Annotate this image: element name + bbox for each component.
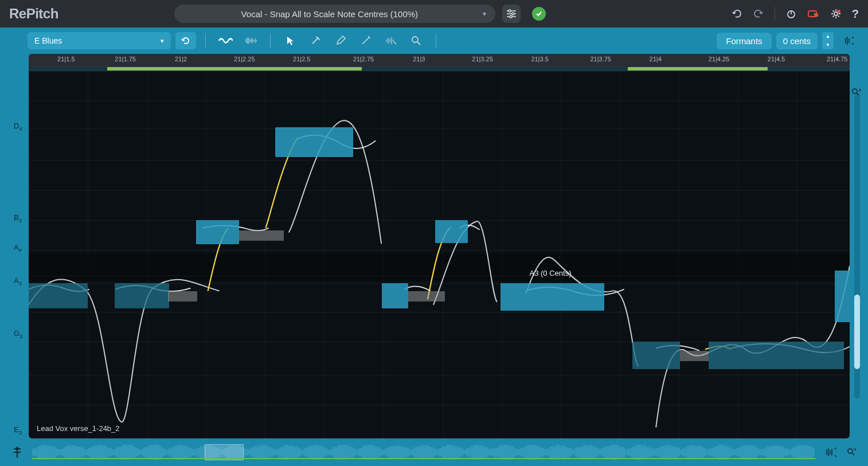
note-tail <box>168 291 197 301</box>
svg-point-11 <box>837 10 840 13</box>
status-ok-icon <box>532 7 546 21</box>
scroll-thumb[interactable] <box>854 295 860 369</box>
ruler-tick: 21|4.75 <box>827 56 848 62</box>
note-label: A3 <box>14 276 22 287</box>
chevron-down-icon: ▾ <box>161 37 164 45</box>
svg-point-28 <box>412 37 418 42</box>
scale-label: E Blues <box>34 36 62 45</box>
ruler-tick: 21|3.5 <box>531 56 548 62</box>
note-block[interactable] <box>501 283 604 311</box>
cursor-tool[interactable] <box>280 32 300 49</box>
note-tail <box>408 291 445 301</box>
note-block[interactable] <box>435 220 468 243</box>
preset-label: Vocal - Snap All to Scale Note Centres (… <box>186 9 474 19</box>
note-block[interactable] <box>835 271 850 322</box>
note-block[interactable] <box>115 283 169 308</box>
note-block[interactable] <box>196 220 238 244</box>
scroll-track[interactable] <box>854 94 860 398</box>
ruler-tick: 21|4 <box>650 56 662 62</box>
refresh-button[interactable] <box>175 32 196 49</box>
clip-name-label: Lead Vox verse_1-24b_2 <box>37 424 120 433</box>
marker-icon[interactable] <box>11 445 23 459</box>
note-label: B3 <box>14 213 22 224</box>
ruler-tick: 21|2 <box>175 56 187 62</box>
link-lock-icon[interactable] <box>807 9 820 19</box>
ruler-tick: 21|4.5 <box>768 56 785 62</box>
multitool[interactable] <box>381 32 401 49</box>
note-tooltip: A3 (0 Cents) <box>530 269 572 277</box>
bottom-overview-bar <box>6 441 862 464</box>
progress-line <box>32 458 815 459</box>
preset-selector[interactable]: Vocal - Snap All to Scale Note Centres (… <box>174 5 495 23</box>
cents-display[interactable]: 0 cents <box>776 33 818 49</box>
separator <box>205 33 206 48</box>
zoom-tool[interactable] <box>406 32 427 49</box>
note-block[interactable] <box>275 127 353 157</box>
note-label: D4 <box>14 122 22 132</box>
help-button[interactable]: ? <box>852 7 859 21</box>
ruler-tick: 21|2.25 <box>234 56 255 62</box>
time-ruler[interactable]: 21|1.521|1.7521|221|2.2521|2.521|2.7521|… <box>29 54 850 66</box>
undo-button[interactable] <box>731 8 742 19</box>
cents-stepper[interactable]: ▲ ▼ <box>822 32 834 49</box>
svg-line-29 <box>417 42 420 45</box>
app-logo: RePitch <box>9 6 58 22</box>
ruler-tick: 21|4.25 <box>709 56 730 62</box>
note-block[interactable] <box>29 283 88 308</box>
ruler-tick: 21|2.5 <box>293 56 310 62</box>
svg-point-10 <box>834 12 838 15</box>
power-button[interactable] <box>785 8 797 19</box>
ruler-tick: 21|3 <box>413 56 425 62</box>
note-tail <box>239 230 284 241</box>
redo-button[interactable] <box>753 8 764 19</box>
preset-settings-button[interactable] <box>502 5 521 23</box>
sliders-icon <box>506 9 517 18</box>
piano-roll[interactable]: D4B3A#A3G3E3 <box>6 54 29 438</box>
zoom-fit-horizontal-icon[interactable] <box>846 447 857 457</box>
svg-line-41 <box>852 453 854 455</box>
chevron-down-icon[interactable]: ▾ <box>478 10 491 18</box>
wave-tool[interactable] <box>215 32 236 49</box>
svg-point-1 <box>509 10 511 12</box>
divider <box>775 7 775 21</box>
ruler-tick: 21|3.75 <box>590 56 611 62</box>
ruler-tick: 21|1.75 <box>115 56 136 62</box>
cut-tool[interactable] <box>305 32 326 49</box>
svg-point-5 <box>510 15 512 18</box>
line-tool[interactable] <box>355 32 376 49</box>
separator <box>270 33 271 48</box>
editor-container: D4B3A#A3G3E3 21|1.521|1.7521|221|2.2521|… <box>6 54 862 438</box>
top-bar: RePitch Vocal - Snap All to Scale Note C… <box>0 0 868 28</box>
grid-area[interactable]: A3 (0 Cents) Lead Vox verse_1-24b_2 <box>29 71 850 438</box>
note-label: G3 <box>14 329 22 339</box>
noise-tool[interactable] <box>240 32 261 49</box>
pitch-editor[interactable]: 21|1.521|1.7521|221|2.2521|2.521|2.7521|… <box>29 54 850 438</box>
svg-point-40 <box>848 449 853 453</box>
scale-selector[interactable]: E Blues ▾ <box>28 32 171 49</box>
settings-gear-icon[interactable] <box>830 8 842 19</box>
separator <box>436 33 436 48</box>
svg-point-3 <box>512 13 514 15</box>
note-label: A# <box>14 243 22 253</box>
formants-button[interactable]: Formants <box>717 33 771 49</box>
svg-point-35 <box>16 448 19 451</box>
toolbar: E Blues ▾ Formants 0 cents ▲ ▼ <box>0 28 868 54</box>
pencil-tool[interactable] <box>330 32 351 49</box>
svg-rect-9 <box>814 13 818 17</box>
svg-point-33 <box>853 89 857 93</box>
waveform-overview[interactable] <box>32 444 815 460</box>
ruler-tick: 21|2.75 <box>353 56 374 62</box>
vertical-scrollbar[interactable] <box>850 54 862 438</box>
stepper-down-icon[interactable]: ▼ <box>822 41 834 49</box>
stepper-up-icon[interactable]: ▲ <box>822 32 834 41</box>
note-block[interactable] <box>382 283 408 308</box>
note-block[interactable] <box>709 342 844 369</box>
ruler-tick: 21|3.25 <box>472 56 493 62</box>
waveform-expand-icon[interactable] <box>824 447 837 457</box>
ruler-tick: 21|1.5 <box>57 56 75 62</box>
width-control[interactable] <box>838 32 859 49</box>
overview-strip <box>29 66 850 71</box>
note-label: E3 <box>14 425 22 436</box>
note-block[interactable] <box>632 342 680 369</box>
pitch-curve <box>29 71 850 438</box>
